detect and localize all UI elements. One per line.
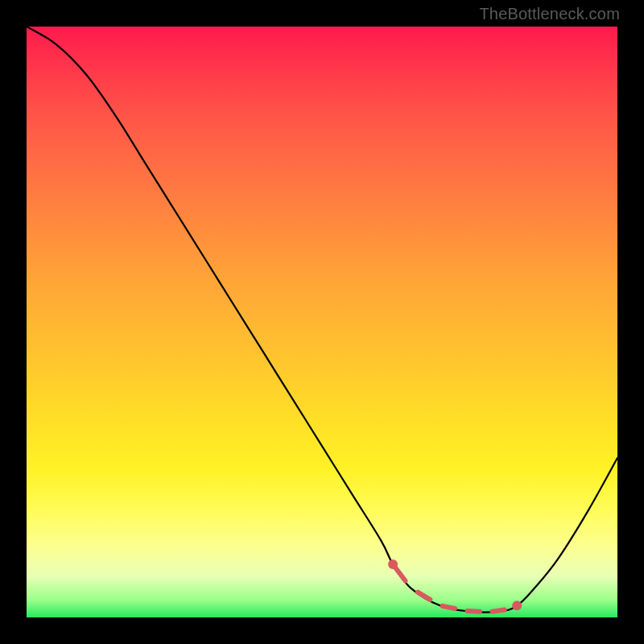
chart-plot-area [27, 27, 617, 617]
highlight-dash [468, 611, 480, 612]
highlight-endpoint-left [388, 559, 398, 569]
highlight-dash [443, 606, 455, 609]
highlight-dash [492, 609, 504, 611]
attribution-text: TheBottleneck.com [479, 5, 620, 23]
highlight-dash [418, 592, 430, 600]
highlight-endpoint-right [512, 601, 522, 610]
bottleneck-curve-line [27, 27, 617, 613]
chart-svg [27, 27, 617, 617]
